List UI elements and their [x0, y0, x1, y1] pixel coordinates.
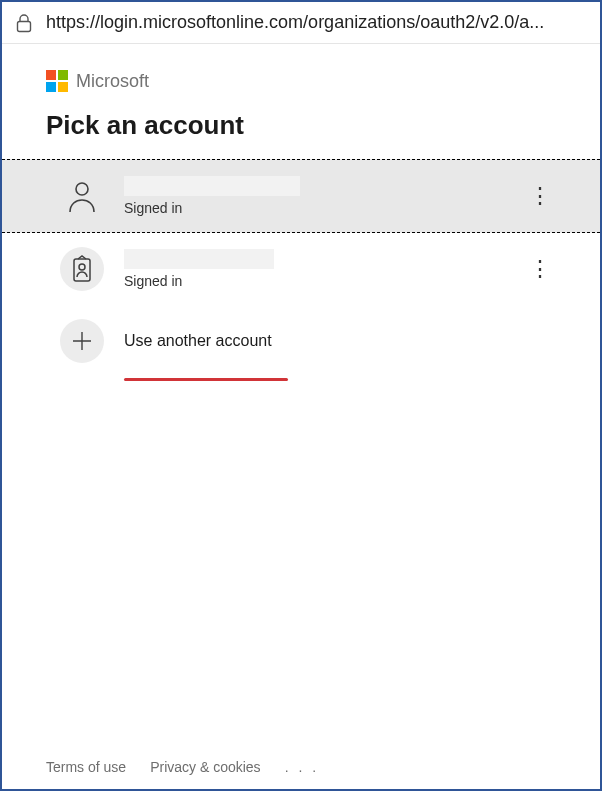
- account-name-redacted: [124, 249, 274, 269]
- microsoft-logo-icon: [46, 70, 68, 92]
- brand-name: Microsoft: [76, 71, 149, 92]
- account-name-redacted: [124, 176, 300, 196]
- terms-link[interactable]: Terms of use: [46, 759, 126, 775]
- page-title: Pick an account: [46, 110, 556, 141]
- account-menu-button[interactable]: ⋮: [524, 183, 556, 209]
- content: Microsoft Pick an account Signed in ⋮: [2, 44, 600, 387]
- window-frame: https://login.microsoftonline.com/organi…: [0, 0, 602, 791]
- use-another-account-row[interactable]: Use another account: [2, 305, 600, 387]
- badge-icon: [60, 247, 104, 291]
- footer: Terms of use Privacy & cookies . . .: [2, 759, 600, 775]
- account-info: Signed in: [124, 176, 504, 216]
- plus-icon: [60, 319, 104, 363]
- use-another-account-label: Use another account: [124, 332, 272, 350]
- account-row[interactable]: Signed in ⋮: [2, 159, 600, 233]
- svg-point-1: [76, 183, 88, 195]
- lock-icon: [12, 11, 36, 35]
- address-bar: https://login.microsoftonline.com/organi…: [2, 2, 600, 44]
- account-row[interactable]: Signed in ⋮: [2, 233, 600, 305]
- account-info: Signed in: [124, 249, 504, 289]
- url-text[interactable]: https://login.microsoftonline.com/organi…: [46, 12, 590, 33]
- more-icon[interactable]: . . .: [285, 759, 319, 775]
- account-menu-button[interactable]: ⋮: [524, 256, 556, 282]
- svg-rect-0: [18, 21, 31, 31]
- privacy-link[interactable]: Privacy & cookies: [150, 759, 260, 775]
- account-status: Signed in: [124, 273, 504, 289]
- account-status: Signed in: [124, 200, 504, 216]
- svg-point-3: [79, 264, 85, 270]
- highlight-underline: [124, 378, 288, 381]
- person-icon: [60, 174, 104, 218]
- account-list: Signed in ⋮ Signed in ⋮: [2, 159, 600, 387]
- brand: Microsoft: [46, 70, 556, 92]
